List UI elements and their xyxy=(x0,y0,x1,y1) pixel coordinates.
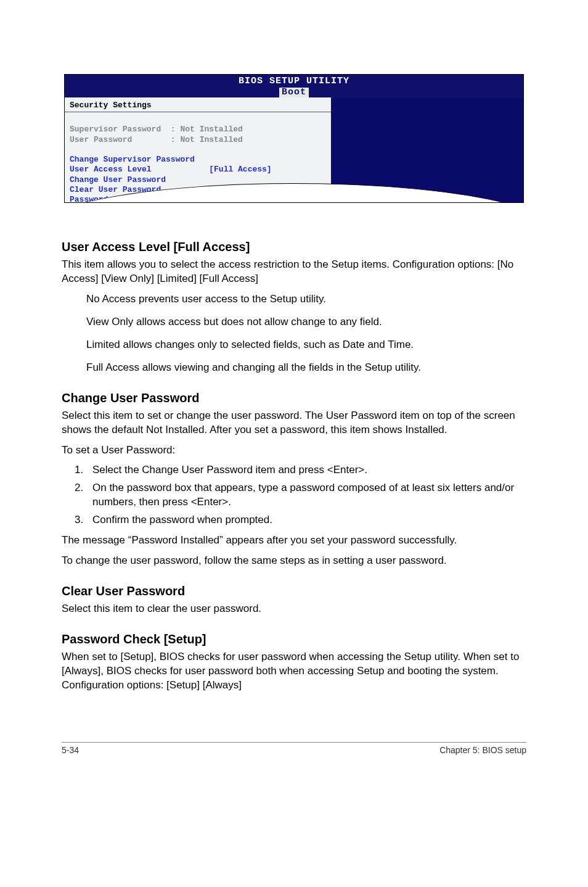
heading-change-user-password: Change User Password xyxy=(62,391,526,405)
heading-password-check: Password Check [Setup] xyxy=(62,632,526,646)
step-item: On the password box that appears, type a… xyxy=(86,481,526,510)
list-item: View Only allows access but does not all… xyxy=(86,315,526,329)
heading-user-access-level: User Access Level [Full Access] xyxy=(62,240,526,254)
bios-title-bar: BIOS SETUP UTILITY Boot xyxy=(65,75,523,97)
paragraph: When set to [Setup], BIOS checks for use… xyxy=(62,650,526,693)
steps-list: Select the Change User Password item and… xyxy=(62,463,526,527)
paragraph: Select this item to set or change the us… xyxy=(62,409,526,437)
bios-screenshot: BIOS SETUP UTILITY Boot Security Setting… xyxy=(64,74,524,203)
bios-section-title: Security Settings xyxy=(65,97,331,112)
list-item: Full Access allows viewing and changing … xyxy=(86,361,526,375)
bios-active-tab: Boot xyxy=(279,88,309,98)
bios-title: BIOS SETUP UTILITY xyxy=(65,76,523,87)
paragraph: Select this item to clear the user passw… xyxy=(62,602,526,616)
bios-status-lines: Supervisor Password : Not Installed User… xyxy=(70,125,243,144)
page-footer: 5-34 Chapter 5: BIOS setup xyxy=(62,742,526,755)
page-number: 5-34 xyxy=(62,745,79,755)
list-item: Limited allows changes only to selected … xyxy=(86,338,526,352)
step-item: Confirm the password when prompted. xyxy=(86,513,526,527)
heading-clear-user-password: Clear User Password xyxy=(62,584,526,598)
step-item: Select the Change User Password item and… xyxy=(86,463,526,477)
paragraph: The message “Password Installed” appears… xyxy=(62,534,526,548)
list-item: No Access prevents user access to the Se… xyxy=(86,292,526,307)
paragraph: To change the user password, follow the … xyxy=(62,554,526,568)
paragraph: To set a User Password: xyxy=(62,444,526,458)
chapter-label: Chapter 5: BIOS setup xyxy=(439,745,526,755)
paragraph: This item allows you to select the acces… xyxy=(62,258,526,286)
access-level-descriptions: No Access prevents user access to the Se… xyxy=(86,292,526,375)
